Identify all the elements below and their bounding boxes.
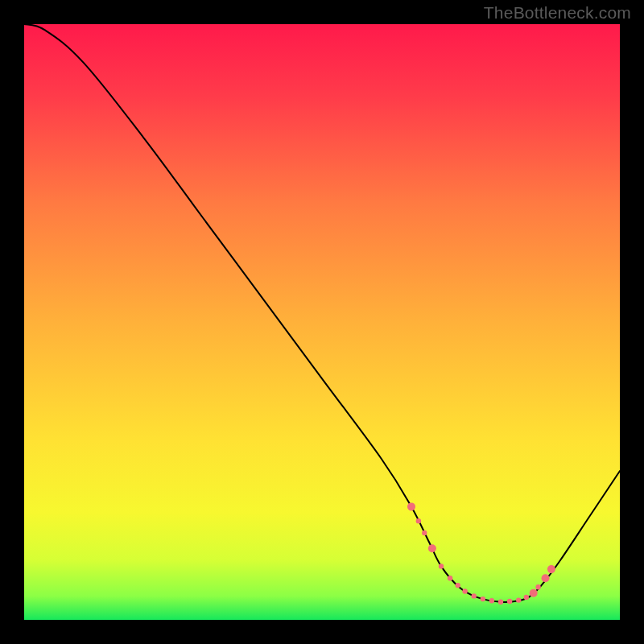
marker-point xyxy=(416,518,421,523)
marker-point xyxy=(507,599,512,604)
marker-point xyxy=(462,588,467,593)
marker-point xyxy=(498,600,503,605)
marker-point xyxy=(547,565,555,573)
marker-point xyxy=(456,583,460,588)
watermark-label: TheBottleneck.com xyxy=(484,3,631,23)
marker-point xyxy=(481,597,485,601)
marker-point xyxy=(524,595,529,600)
marker-point xyxy=(542,574,550,582)
marker-point xyxy=(535,584,540,589)
marker-point xyxy=(516,597,521,602)
marker-point xyxy=(472,593,477,598)
marker-point xyxy=(407,502,415,510)
marker-point xyxy=(422,530,427,535)
chart-svg xyxy=(0,0,644,644)
marker-point xyxy=(448,576,452,580)
marker-point xyxy=(428,544,436,552)
plot-area xyxy=(24,24,620,620)
chart-container: TheBottleneck.com xyxy=(0,0,644,644)
marker-point xyxy=(489,598,494,603)
marker-point xyxy=(530,589,538,597)
marker-point xyxy=(439,564,444,568)
